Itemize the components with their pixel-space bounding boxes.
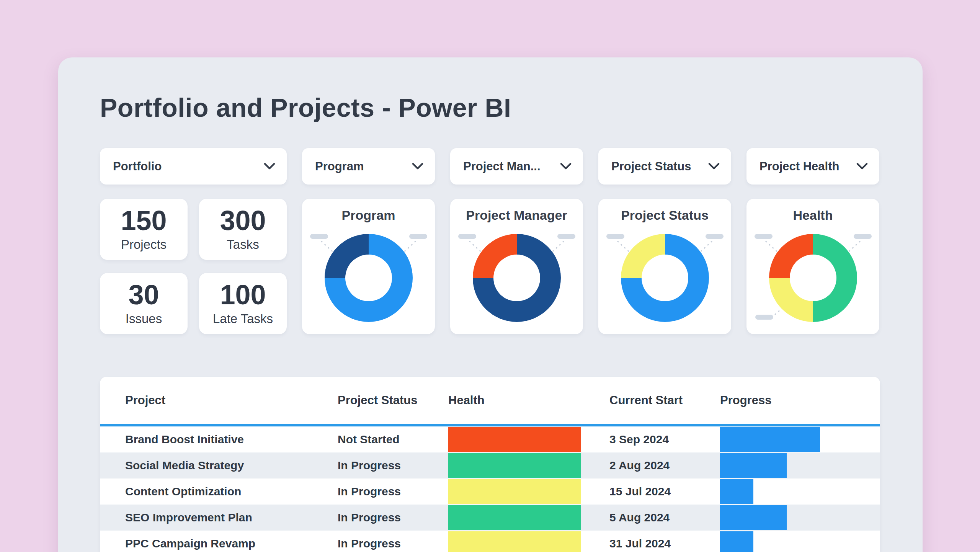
filter-dropdown-label: Project Man...	[463, 160, 541, 173]
column-header-project: Project	[100, 394, 338, 407]
legend-placeholder-pill	[755, 315, 773, 320]
kpi-grid: 150 Projects 300 Tasks 30 Issues 100 Lat…	[100, 199, 287, 334]
chart-title: Project Status	[598, 208, 731, 223]
kpi-label: Tasks	[227, 237, 259, 252]
column-header-status: Project Status	[338, 394, 448, 407]
chevron-down-icon	[560, 163, 572, 170]
filter-dropdown-label: Portfolio	[113, 160, 162, 173]
dashboard-canvas: Portfolio and Projects - Power BI Portfo…	[58, 57, 923, 552]
page-title: Portfolio and Projects - Power BI	[100, 93, 511, 122]
kpi-card-tasks: 300 Tasks	[199, 199, 287, 260]
legend-placeholder-pill	[706, 234, 724, 239]
legend-placeholder-pill	[557, 234, 575, 239]
cell-current-start: 5 Aug 2024	[609, 511, 720, 524]
donut-ring[interactable]	[473, 234, 561, 322]
chevron-down-icon	[856, 163, 868, 170]
progress-bar	[720, 505, 787, 530]
donut-chart-card-project-manager[interactable]: Project Manager	[450, 199, 583, 334]
health-status-bar	[448, 453, 581, 478]
progress-bar	[720, 531, 753, 552]
legend-placeholder-pill	[310, 234, 328, 239]
cell-current-start: 2 Aug 2024	[609, 459, 720, 472]
legend-placeholder-pill	[409, 234, 427, 239]
cell-project-name: Brand Boost Initiative	[100, 433, 338, 446]
table-header-row: Project Project Status Health Current St…	[100, 377, 880, 424]
cell-health	[448, 479, 609, 504]
health-status-bar	[448, 531, 581, 552]
donut-hole	[642, 255, 688, 301]
filter-dropdown-project-health[interactable]: Project Health	[746, 148, 879, 185]
cell-health	[448, 505, 609, 530]
filter-dropdown-project-status[interactable]: Project Status	[598, 148, 731, 185]
screen: Portfolio and Projects - Power BI Portfo…	[0, 0, 980, 552]
chevron-down-icon	[708, 163, 720, 170]
donut-hole	[790, 255, 836, 301]
health-status-bar	[448, 479, 581, 504]
chevron-down-icon	[264, 163, 275, 170]
health-status-bar	[448, 427, 581, 452]
donut-chart-card-health[interactable]: Health	[746, 199, 879, 334]
legend-placeholder-pill	[755, 234, 773, 239]
table-row[interactable]: PPC Campaign Revamp In Progress 31 Jul 2…	[100, 531, 880, 552]
cell-progress	[720, 479, 880, 504]
filter-dropdown-label: Program	[315, 160, 364, 173]
cell-health	[448, 427, 609, 452]
chart-title: Health	[746, 208, 879, 223]
donut-ring[interactable]	[621, 234, 709, 322]
cell-health	[448, 531, 609, 552]
donut-chart-card-project-status[interactable]: Project Status	[598, 199, 731, 334]
kpi-value: 300	[220, 207, 266, 234]
column-header-start: Current Start	[609, 394, 720, 407]
filter-dropdown-portfolio[interactable]: Portfolio	[100, 148, 287, 185]
health-status-bar	[448, 505, 581, 530]
legend-placeholder-pill	[854, 234, 872, 239]
column-header-progress: Progress	[720, 394, 880, 407]
cell-progress	[720, 505, 880, 530]
table-row[interactable]: Social Media Strategy In Progress 2 Aug …	[100, 452, 880, 479]
table-row[interactable]: Content Optimization In Progress 15 Jul …	[100, 479, 880, 505]
cell-project-status: In Progress	[338, 459, 448, 472]
cell-project-name: SEO Improvement Plan	[100, 511, 338, 524]
kpi-value: 30	[128, 281, 159, 309]
stats-and-charts-row: 150 Projects 300 Tasks 30 Issues 100 Lat…	[100, 199, 879, 334]
cell-project-name: Content Optimization	[100, 485, 338, 498]
kpi-card-projects: 150 Projects	[100, 199, 188, 260]
cell-health	[448, 453, 609, 478]
table-row[interactable]: SEO Improvement Plan In Progress 5 Aug 2…	[100, 505, 880, 531]
kpi-value: 100	[220, 281, 266, 309]
projects-table: Project Project Status Health Current St…	[100, 377, 880, 552]
progress-bar	[720, 427, 820, 452]
progress-bar	[720, 453, 787, 478]
filter-dropdown-label: Project Status	[611, 160, 691, 173]
legend-placeholder-pill	[458, 234, 476, 239]
cell-progress	[720, 531, 880, 552]
kpi-value: 150	[121, 207, 167, 234]
kpi-label: Projects	[121, 237, 167, 252]
donut-ring[interactable]	[769, 234, 857, 322]
table-body: Brand Boost Initiative Not Started 3 Sep…	[100, 426, 880, 552]
cell-current-start: 15 Jul 2024	[609, 485, 720, 498]
donut-chart-card-program[interactable]: Program	[302, 199, 435, 334]
cell-progress	[720, 453, 880, 478]
chart-title: Project Manager	[450, 208, 583, 223]
filter-dropdown-program[interactable]: Program	[302, 148, 435, 185]
table-row[interactable]: Brand Boost Initiative Not Started 3 Sep…	[100, 426, 880, 452]
filter-dropdown-project-man[interactable]: Project Man...	[450, 148, 583, 185]
cell-project-name: Social Media Strategy	[100, 459, 338, 472]
kpi-card-issues: 30 Issues	[100, 273, 188, 334]
cell-progress	[720, 427, 880, 452]
progress-bar	[720, 479, 753, 504]
cell-current-start: 3 Sep 2024	[609, 433, 720, 446]
kpi-card-late-tasks: 100 Late Tasks	[199, 273, 287, 334]
chart-title: Program	[302, 208, 435, 223]
donut-hole	[493, 255, 540, 301]
cell-project-status: In Progress	[338, 537, 448, 550]
column-header-health: Health	[448, 394, 609, 407]
cell-project-status: In Progress	[338, 485, 448, 498]
legend-placeholder-pill	[606, 234, 624, 239]
donut-ring[interactable]	[325, 234, 413, 322]
filter-dropdown-label: Project Health	[760, 160, 839, 173]
kpi-label: Late Tasks	[213, 312, 273, 326]
cell-project-name: PPC Campaign Revamp	[100, 537, 338, 550]
cell-project-status: Not Started	[338, 433, 448, 446]
